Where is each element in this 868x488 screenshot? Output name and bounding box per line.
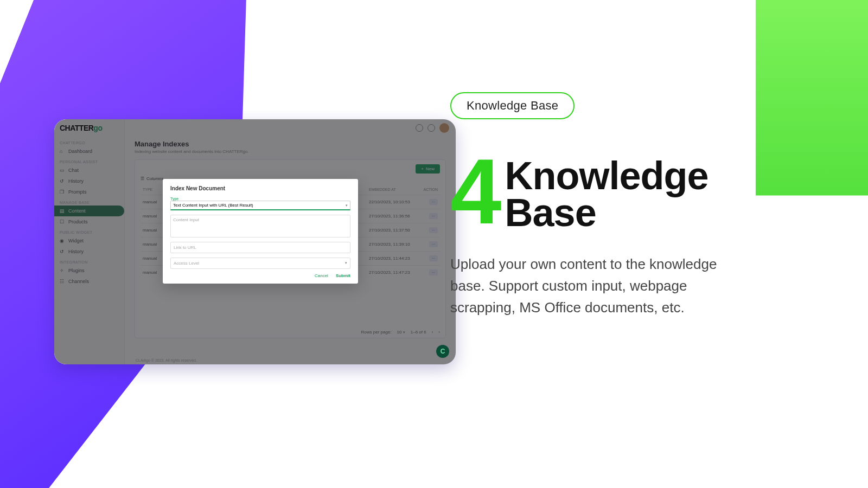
submit-button[interactable]: Submit — [336, 273, 350, 278]
content-textarea[interactable]: Content Input — [170, 215, 350, 237]
chevron-down-icon: ▾ — [346, 203, 348, 208]
modal-actions: Cancel Submit — [170, 273, 350, 278]
index-new-document-modal: Index New Document Type Text Content Inp… — [163, 179, 358, 284]
access-select[interactable]: Access Level ▾ — [170, 258, 350, 269]
content-field: Content Input — [170, 215, 350, 237]
access-select-placeholder: Access Level — [174, 261, 199, 266]
type-select-value: Text Content Input with URL (Best Result… — [173, 203, 253, 208]
promo-title-line2: Base — [505, 194, 709, 231]
chat-fab[interactable]: C — [436, 345, 449, 358]
chevron-down-icon: ▾ — [345, 261, 347, 266]
type-select[interactable]: Text Content Input with URL (Best Result… — [170, 201, 350, 210]
access-field: Access Level ▾ — [170, 258, 350, 269]
url-field: Link to URL — [170, 242, 350, 253]
promo-title-line1: Knowledge — [505, 157, 709, 194]
promo-badge: Knowledge Base — [450, 92, 575, 119]
chat-fab-icon: C — [441, 348, 445, 355]
app-screenshot: CHATTERgo CHATTERGO ⌂Dashboard PERSONAL … — [54, 119, 456, 364]
promo-number: 4 — [450, 157, 502, 227]
cancel-button[interactable]: Cancel — [315, 273, 328, 278]
promo-description: Upload your own content to the knowledge… — [450, 253, 754, 319]
type-label: Type — [170, 197, 350, 201]
promo-heading: 4 Knowledge Base — [450, 157, 776, 232]
promo-section: Knowledge Base 4 Knowledge Base Upload y… — [450, 92, 776, 319]
type-field: Type Text Content Input with URL (Best R… — [170, 197, 350, 210]
url-input[interactable]: Link to URL — [170, 242, 350, 253]
modal-title: Index New Document — [170, 185, 350, 191]
